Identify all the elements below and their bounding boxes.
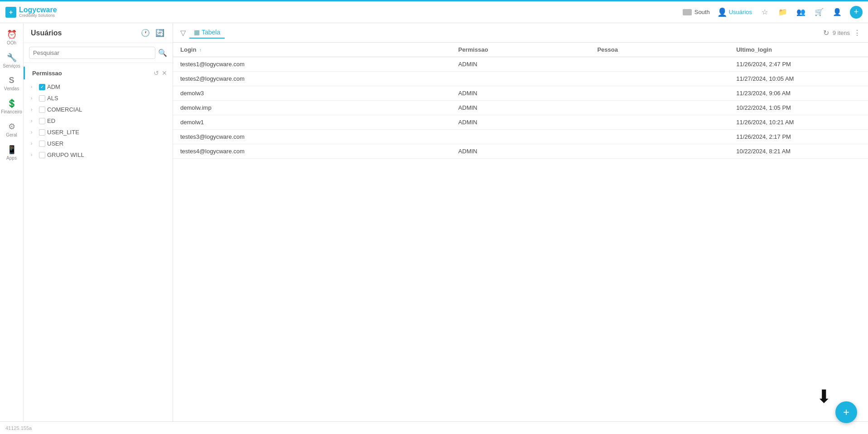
chevron-icon-als: ›	[31, 96, 37, 101]
filter-item-als[interactable]: › ALS	[24, 93, 173, 104]
col-header-login[interactable]: Login ↑	[173, 43, 451, 57]
filter-item-user-lite[interactable]: › USER_LITE	[24, 127, 173, 138]
sidebar-item-ooh[interactable]: ⏰ OOh	[1, 27, 23, 48]
search-button[interactable]: 🔍	[158, 49, 167, 57]
main-layout: ⏰ OOh 🔧 Serviços S Vendas 💲 Financeiro ⚙…	[0, 23, 868, 421]
table-header-row: Login ↑ Permissao Pessoa Ultimo_login	[173, 43, 868, 57]
filter-label-ed: ED	[47, 117, 169, 124]
filter-label-als: ALS	[47, 95, 169, 102]
sidebar-item-servicos[interactable]: 🔧 Serviços	[1, 50, 23, 71]
filter-close-button[interactable]: ✕	[162, 69, 167, 77]
version-label: 41125.155a	[5, 425, 32, 431]
table-row[interactable]: testes1@logycware.comADMIN11/26/2024, 2:…	[173, 57, 868, 72]
filter-label-grupo-will: GRUPO WILL	[47, 151, 169, 158]
checkbox-ed[interactable]	[39, 118, 45, 124]
filter-item-grupo-will[interactable]: › GRUPO WILL	[24, 149, 173, 161]
sidebar-label-geral: Geral	[6, 132, 17, 137]
sidebar-item-apps[interactable]: 📱 Apps	[1, 142, 23, 163]
filter-label: Permissao	[32, 70, 62, 77]
favorites-icon[interactable]: ☆	[759, 7, 770, 18]
toolbar-more-button[interactable]: ⋮	[854, 29, 861, 37]
table-row[interactable]: testes3@logycware.com11/26/2024, 2:17 PM	[173, 130, 868, 144]
company-name: South	[694, 9, 710, 15]
toolbar-left: ▽ ▦ Tabela	[180, 27, 225, 39]
cart-icon[interactable]: 🛒	[814, 7, 825, 18]
filter-item-comercial[interactable]: › COMERCIAL	[24, 104, 173, 115]
cell-login-2: demolw3	[173, 86, 451, 101]
col-header-ultimo-login[interactable]: Ultimo_login	[729, 43, 868, 57]
filter-item-ed[interactable]: › ED	[24, 115, 173, 127]
sidebar-item-vendas[interactable]: S Vendas	[1, 73, 23, 94]
folder-icon[interactable]: 📁	[777, 7, 788, 18]
cell-pessoa-1	[590, 72, 729, 86]
servicos-icon: 🔧	[7, 53, 17, 63]
cell-pessoa-6	[590, 144, 729, 159]
topbar-add-button[interactable]: +	[850, 6, 863, 19]
tab-tabela-label: Tabela	[202, 29, 220, 36]
add-fab-button[interactable]: +	[835, 401, 857, 423]
panel-header-actions: 🕐 🔄	[140, 28, 165, 38]
checkbox-user[interactable]	[39, 141, 45, 147]
table-row[interactable]: demolw3ADMIN11/23/2024, 9:06 AM	[173, 86, 868, 101]
filter-section-header: Permissao ↺ ✕	[24, 67, 173, 79]
toolbar-filter-icon[interactable]: ▽	[180, 29, 186, 37]
toolbar-right: ↻ 9 itens ⋮	[823, 29, 861, 37]
vendas-icon: S	[9, 76, 14, 85]
items-count: 9 itens	[833, 29, 850, 36]
refresh-button[interactable]: 🔄	[154, 28, 165, 38]
table-row[interactable]: testes4@logycware.comADMIN10/22/2024, 8:…	[173, 144, 868, 159]
sidebar-item-geral[interactable]: ⚙ Geral	[1, 119, 23, 140]
apps-icon: 📱	[7, 145, 17, 155]
table-body: testes1@logycware.comADMIN11/26/2024, 2:…	[173, 57, 868, 159]
financeiro-icon: 💲	[7, 98, 17, 108]
user-icon[interactable]: 👤	[832, 7, 843, 18]
sidebar-label-ooh: OOh	[7, 40, 16, 45]
cell-ultimo_login-6: 10/22/2024, 8:21 AM	[729, 144, 868, 159]
cell-permissao-4: ADMIN	[451, 115, 590, 130]
panel-header: Usuários 🕐 🔄	[24, 23, 173, 43]
filter-item-adm[interactable]: › ✓ ADM	[24, 81, 173, 93]
sidebar-label-servicos: Serviços	[3, 63, 20, 68]
sort-icon-login: ↑	[199, 48, 202, 53]
cell-ultimo_login-2: 11/23/2024, 9:06 AM	[729, 86, 868, 101]
filter-item-user[interactable]: › USER	[24, 138, 173, 149]
tab-tabela-icon: ▦	[194, 29, 200, 36]
checkbox-als[interactable]	[39, 95, 45, 102]
cell-pessoa-3	[590, 101, 729, 115]
usuarios-nav[interactable]: 👤 Usuários	[717, 7, 752, 17]
cell-permissao-5	[451, 130, 590, 144]
search-bar: 🔍	[24, 43, 173, 63]
checkbox-user-lite[interactable]	[39, 129, 45, 136]
cell-pessoa-4	[590, 115, 729, 130]
table-row[interactable]: demolw1ADMIN11/26/2024, 10:21 AM	[173, 115, 868, 130]
contacts-icon[interactable]: 👥	[796, 7, 806, 18]
toolbar-refresh-button[interactable]: ↻	[823, 29, 829, 37]
checkbox-comercial[interactable]	[39, 107, 45, 113]
company-selector[interactable]: South	[683, 9, 710, 15]
checkbox-grupo-will[interactable]	[39, 152, 45, 158]
search-input[interactable]	[29, 47, 155, 59]
col-header-permissao[interactable]: Permissao	[451, 43, 590, 57]
tab-tabela[interactable]: ▦ Tabela	[189, 27, 225, 39]
checkbox-adm[interactable]: ✓	[39, 84, 45, 90]
table-header: Login ↑ Permissao Pessoa Ultimo_login	[173, 43, 868, 57]
company-flag-icon	[683, 9, 692, 15]
chevron-icon-user-lite: ›	[31, 130, 37, 135]
cell-permissao-0: ADMIN	[451, 57, 590, 72]
sidebar-item-financeiro[interactable]: 💲 Financeiro	[1, 96, 23, 117]
filter-label-comercial: COMERCIAL	[47, 106, 169, 113]
topbar-right: South 👤 Usuários ☆ 📁 👥 🛒 👤 +	[683, 6, 863, 19]
cell-pessoa-5	[590, 130, 729, 144]
sidebar: ⏰ OOh 🔧 Serviços S Vendas 💲 Financeiro ⚙…	[0, 23, 24, 421]
filter-reset-button[interactable]: ↺	[154, 69, 159, 77]
logo-name: Logycware	[19, 6, 57, 14]
history-button[interactable]: 🕐	[140, 28, 151, 38]
topbar: + Logycware Credibility Solutions South …	[0, 1, 868, 23]
filter-section: Permissao ↺ ✕ › ✓ ADM › ALS › COMERCIA	[24, 63, 173, 421]
table-row[interactable]: demolw.impADMIN10/22/2024, 1:05 PM	[173, 101, 868, 115]
cell-ultimo_login-3: 10/22/2024, 1:05 PM	[729, 101, 868, 115]
col-header-pessoa[interactable]: Pessoa	[590, 43, 729, 57]
table-row[interactable]: testes2@logycware.com11/27/2024, 10:05 A…	[173, 72, 868, 86]
filter-label-user: USER	[47, 140, 169, 147]
logo-subtitle: Credibility Solutions	[19, 14, 57, 18]
